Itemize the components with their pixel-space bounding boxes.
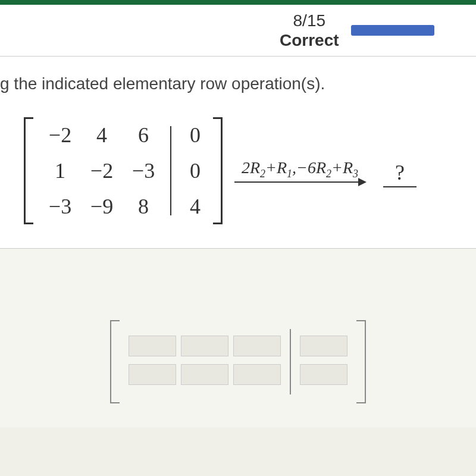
cell-2-0: −3 <box>39 194 81 219</box>
aug-2: 4 <box>183 194 207 219</box>
top-green-bar <box>0 0 476 5</box>
matrix-expression: −2 4 6 1 −2 −3 −3 −9 8 0 0 4 <box>0 117 476 224</box>
question-text: g the indicated elementary row operation… <box>0 74 476 93</box>
cell-1-2: −3 <box>123 158 164 183</box>
input-0-0[interactable] <box>129 336 176 356</box>
answer-matrix <box>110 320 366 403</box>
input-aug-1[interactable] <box>300 364 347 385</box>
right-bracket <box>213 117 223 224</box>
score-section: 8/15 Correct <box>280 11 339 50</box>
answer-divider <box>290 329 291 394</box>
cell-2-1: −9 <box>81 194 123 219</box>
cell-1-0: 1 <box>39 158 81 183</box>
cell-1-1: −2 <box>81 158 123 183</box>
input-aug-0[interactable] <box>300 336 347 356</box>
cell-0-2: 6 <box>123 123 164 148</box>
row-operation: 2R2+R1,−6R2+R3 <box>234 158 365 183</box>
input-1-1[interactable] <box>181 364 228 385</box>
answer-left-bracket <box>110 320 120 403</box>
status-label: Correct <box>280 31 339 50</box>
aug-1: 0 <box>183 158 207 183</box>
header-bar: 8/15 Correct <box>0 5 476 57</box>
answer-input-grid-left <box>129 336 281 388</box>
progress-bar <box>351 25 434 36</box>
aug-0: 0 <box>183 123 207 148</box>
matrix-constants: 0 0 4 <box>183 117 207 224</box>
operation-label: 2R2+R1,−6R2+R3 <box>242 158 358 180</box>
input-0-1[interactable] <box>181 336 228 356</box>
arrow-icon <box>234 181 365 183</box>
matrix-coefficients: −2 4 6 1 −2 −3 −3 −9 8 <box>39 117 164 224</box>
matrix-divider <box>170 126 171 215</box>
input-1-0[interactable] <box>129 364 176 385</box>
answer-input-grid-right <box>300 336 347 388</box>
answer-right-bracket <box>356 320 366 403</box>
score-fraction: 8/15 <box>280 11 339 31</box>
cell-0-1: 4 <box>81 123 123 148</box>
left-bracket <box>24 117 33 224</box>
augmented-matrix: −2 4 6 1 −2 −3 −3 −9 8 0 0 4 <box>24 117 223 224</box>
answer-area <box>0 249 476 427</box>
cell-0-0: −2 <box>39 123 81 148</box>
input-1-2[interactable] <box>233 364 281 385</box>
result-placeholder: ? <box>383 160 416 187</box>
input-0-2[interactable] <box>233 336 281 356</box>
cell-2-2: 8 <box>123 194 164 219</box>
question-content: g the indicated elementary row operation… <box>0 57 476 249</box>
